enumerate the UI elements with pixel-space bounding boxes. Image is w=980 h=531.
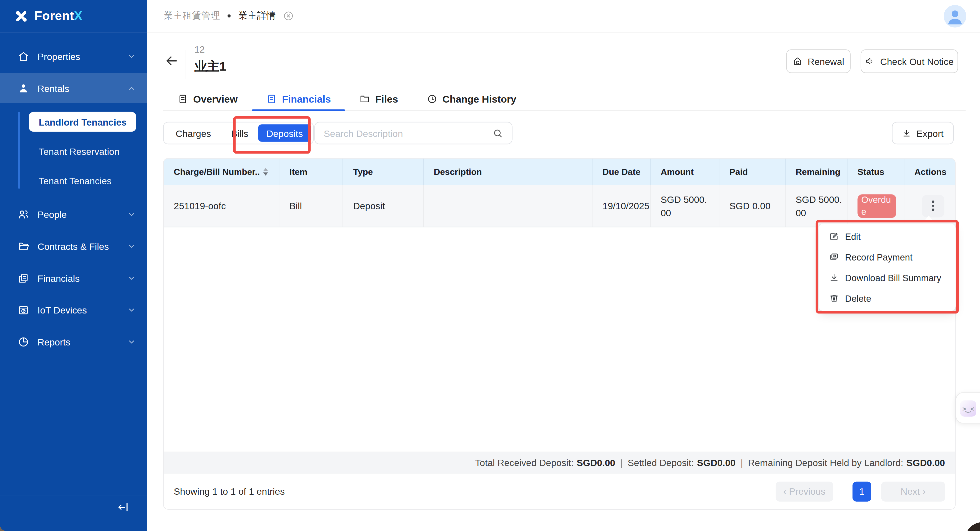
bill-type-segmented-control: Charges Bills Deposits <box>163 122 313 144</box>
cell-charge-bill-number: 251019-oofc <box>164 185 279 227</box>
column-header-due-date: Due Date <box>593 159 651 185</box>
deposits-table-card: Charge/Bill Number.. Item Type Descripti… <box>163 158 956 510</box>
cell-status: Overdue <box>848 185 905 227</box>
chevron-up-icon <box>128 84 136 92</box>
sidebar-collapse-button[interactable] <box>115 499 132 515</box>
window-corner-bottom-right <box>965 522 980 531</box>
logo-text: ForentX <box>34 9 82 23</box>
sort-icon[interactable] <box>263 168 268 176</box>
top-bar: 業主租賃管理 業主詳情 <box>147 0 980 33</box>
sidebar-item-tenant-reservation[interactable]: Tenant Reservation <box>39 142 138 160</box>
row-actions-button[interactable] <box>922 195 945 217</box>
column-header-charge-bill-number[interactable]: Charge/Bill Number.. <box>164 159 279 185</box>
cell-type: Deposit <box>343 185 424 227</box>
menu-item-record-payment[interactable]: Record Payment <box>819 247 956 268</box>
sidebar-item-tenant-tenancies[interactable]: Tenant Tenancies <box>39 171 138 190</box>
sidebar-item-iot-devices[interactable]: IoT Devices <box>0 295 147 325</box>
assistant-widget-container: >‿< <box>956 392 980 424</box>
breadcrumb-parent[interactable]: 業主租賃管理 <box>164 10 220 22</box>
breadcrumb-separator-dot <box>228 14 231 17</box>
chevron-down-icon <box>128 338 136 346</box>
collapse-arrow-icon <box>117 501 130 514</box>
sidebar-item-properties[interactable]: Properties <box>0 41 147 71</box>
segment-bills[interactable]: Bills <box>221 124 258 142</box>
page-title: 业主1 <box>194 58 226 75</box>
tab-change-history[interactable]: Change History <box>412 87 531 111</box>
column-header-description: Description <box>424 159 592 185</box>
cell-remaining: SGD 5000.00 <box>786 185 848 227</box>
menu-item-delete[interactable]: Delete <box>819 288 956 309</box>
home-icon <box>18 50 30 62</box>
brand: ForentX <box>0 0 147 33</box>
download-icon <box>902 128 912 138</box>
file-text-icon <box>178 94 188 104</box>
next-page-button[interactable]: Next › <box>881 481 945 501</box>
renewal-icon <box>793 56 803 66</box>
entries-summary: Showing 1 to 1 of 1 entries <box>173 486 285 497</box>
table-header-row: Charge/Bill Number.. Item Type Descripti… <box>164 159 955 185</box>
edit-icon <box>829 231 839 242</box>
tab-financials[interactable]: Financials <box>252 87 345 111</box>
menu-item-download-bill-summary[interactable]: Download Bill Summary <box>819 268 956 288</box>
active-tab-indicator <box>252 109 345 111</box>
previous-page-button[interactable]: ‹ Previous <box>776 481 833 501</box>
sidebar-item-people[interactable]: People <box>0 199 147 229</box>
menu-item-edit[interactable]: Edit <box>819 226 956 247</box>
chevron-down-icon <box>128 274 136 282</box>
record-id: 12 <box>194 44 205 54</box>
close-tab-icon[interactable] <box>283 11 294 21</box>
tab-files[interactable]: Files <box>345 87 413 111</box>
table-row: 251019-oofc Bill Deposit 19/10/2025 SGD … <box>164 185 955 228</box>
pagination-bar: Showing 1 to 1 of 1 entries ‹ Previous 1… <box>164 473 955 509</box>
sidebar-item-rentals[interactable]: Rentals <box>0 73 147 103</box>
sidebar-item-landlord-tenancies[interactable]: Landlord Tenancies <box>29 112 136 132</box>
sidebar-footer-divider <box>0 495 147 495</box>
chevron-down-icon <box>128 210 136 218</box>
pie-chart-icon <box>18 336 30 348</box>
export-button[interactable]: Export <box>892 122 954 144</box>
assistant-widget-button[interactable]: >‿< <box>960 400 976 417</box>
chevron-down-icon <box>128 306 136 314</box>
page-number-button[interactable]: 1 <box>853 481 871 501</box>
search-box[interactable] <box>314 122 512 144</box>
download-icon <box>829 273 839 283</box>
renewal-button[interactable]: Renewal <box>786 49 851 73</box>
payment-icon <box>829 252 839 263</box>
search-input[interactable] <box>324 128 492 138</box>
sidebar-item-financials[interactable]: Financials <box>0 263 147 293</box>
logo-icon <box>14 9 28 23</box>
column-header-status: Status <box>848 159 905 185</box>
cell-item: Bill <box>279 185 343 227</box>
history-clock-icon <box>427 94 438 104</box>
detail-tabs: Overview Financials Files Change History <box>163 87 531 111</box>
segment-deposits[interactable]: Deposits <box>258 124 311 142</box>
column-header-actions: Actions <box>904 159 955 185</box>
app-root: ForentX Properties Rentals Landlord Tena… <box>0 0 980 531</box>
folder-icon <box>18 240 30 252</box>
people-icon <box>18 208 30 220</box>
chevron-down-icon <box>128 242 136 250</box>
iot-device-icon <box>18 304 30 316</box>
dropdown-arrow <box>923 216 934 222</box>
documents-icon <box>18 272 30 284</box>
cell-due-date: 19/10/2025 <box>593 185 651 227</box>
column-header-type: Type <box>343 159 424 185</box>
back-button[interactable] <box>164 54 179 68</box>
user-avatar[interactable] <box>943 5 966 28</box>
deposit-summary-bar: Total Received Deposit:SGD0.00 | Settled… <box>164 452 955 474</box>
search-icon[interactable] <box>493 128 503 138</box>
cell-description <box>424 185 592 227</box>
column-header-remaining: Remaining <box>786 159 848 185</box>
check-out-notice-button[interactable]: Check Out Notice <box>861 49 958 73</box>
segment-charges[interactable]: Charges <box>165 124 221 142</box>
status-badge: Overdue <box>858 194 896 217</box>
folder-icon <box>360 94 370 104</box>
cell-paid: SGD 0.00 <box>719 185 786 227</box>
breadcrumb-current[interactable]: 業主詳情 <box>238 10 276 22</box>
sidebar-item-reports[interactable]: Reports <box>0 327 147 357</box>
sidebar-item-contracts-files[interactable]: Contracts & Files <box>0 231 147 261</box>
column-header-amount: Amount <box>651 159 719 185</box>
speaker-icon <box>865 56 875 66</box>
tab-overview[interactable]: Overview <box>163 87 252 111</box>
header-divider <box>186 50 186 79</box>
